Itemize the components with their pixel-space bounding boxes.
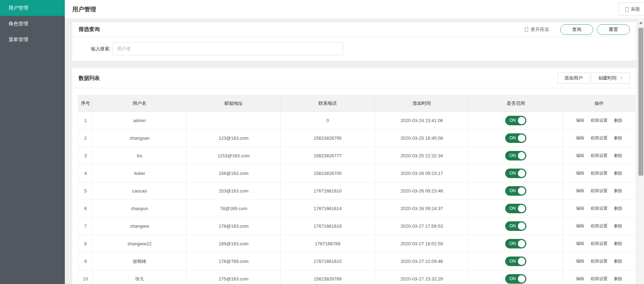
- edit-link[interactable]: 编辑: [576, 206, 584, 211]
- delete-link[interactable]: 删除: [614, 171, 623, 176]
- row-index: 1: [79, 112, 93, 130]
- permission-settings-link[interactable]: 权限设置: [591, 118, 608, 123]
- permission-settings-link[interactable]: 权限设置: [591, 206, 608, 211]
- row-created: 2020-03-26 09:23:46: [375, 182, 469, 200]
- permission-settings-link[interactable]: 权限设置: [591, 276, 608, 281]
- sidebar-item-menu-management[interactable]: 菜单管理: [0, 32, 65, 48]
- delete-link[interactable]: 删除: [614, 276, 623, 281]
- row-email: 178@163.com: [187, 217, 281, 235]
- edit-link[interactable]: 编辑: [576, 241, 584, 246]
- row-created: 2020-03-25 18:45:08: [375, 130, 469, 147]
- row-index: 10: [79, 270, 93, 284]
- chevron-down-icon: ▼: [620, 76, 623, 80]
- delete-link[interactable]: 删除: [614, 259, 623, 264]
- permission-settings-link[interactable]: 权限设置: [591, 241, 608, 246]
- row-created: 2020-03-24 23:41:06: [375, 112, 469, 130]
- scrollbar-up-arrow-icon[interactable]: [639, 21, 643, 24]
- enabled-toggle[interactable]: ON: [505, 221, 526, 231]
- delete-link[interactable]: 删除: [614, 135, 623, 140]
- permission-settings-link[interactable]: 权限设置: [591, 223, 608, 228]
- edit-link[interactable]: 编辑: [576, 223, 584, 228]
- row-actions-cell: 编辑权限设置删除: [563, 200, 636, 217]
- refresh-button[interactable]: 刷新: [619, 2, 644, 16]
- expand-filter-icon: [525, 27, 528, 32]
- edit-link[interactable]: 编辑: [576, 118, 584, 123]
- toggle-on-label: ON: [509, 153, 516, 158]
- enabled-toggle[interactable]: ON: [505, 239, 526, 248]
- toggle-knob-icon: [518, 187, 525, 195]
- user-table: 序号 用户名 邮箱地址 联系电话 添加时间 是否启用 操作 1admin0202…: [78, 95, 636, 284]
- table-row: 8zhangww22189@163.com17671667892020-03-2…: [79, 235, 636, 253]
- row-email: 175@163.com: [187, 270, 281, 284]
- main-area: 用户管理 刷新 筛选查询 展开筛选 查询 重置 输入搜索:: [65, 0, 644, 284]
- permission-settings-link[interactable]: 权限设置: [591, 188, 608, 193]
- edit-link[interactable]: 编辑: [576, 276, 584, 281]
- data-list-title: 数据列表: [79, 75, 100, 82]
- col-email: 邮箱地址: [187, 95, 281, 112]
- row-enabled-cell: ON: [469, 182, 563, 200]
- delete-link[interactable]: 删除: [614, 188, 623, 193]
- sidebar-item-user-management[interactable]: 用户管理: [0, 0, 65, 16]
- row-enabled-cell: ON: [469, 217, 563, 235]
- reset-button[interactable]: 重置: [597, 24, 630, 35]
- table-row: 5caocao153@163.com176716616102020-03-26 …: [79, 182, 636, 200]
- refresh-label: 刷新: [631, 6, 640, 12]
- row-enabled-cell: ON: [469, 270, 563, 284]
- add-user-label: 添加用户: [564, 75, 583, 81]
- row-actions-cell: 编辑权限设置删除: [563, 165, 636, 182]
- enabled-toggle[interactable]: ON: [505, 169, 526, 178]
- row-email: 176@789.com: [187, 253, 281, 270]
- row-actions-cell: 编辑权限设置删除: [563, 217, 636, 235]
- sort-dropdown[interactable]: 创建时间 ▼: [591, 72, 630, 84]
- toggle-on-label: ON: [509, 241, 516, 246]
- enabled-toggle[interactable]: ON: [505, 151, 526, 160]
- toggle-on-label: ON: [509, 188, 516, 193]
- enabled-toggle[interactable]: ON: [505, 186, 526, 196]
- row-phone: 17671661614: [281, 200, 375, 217]
- col-actions: 操作: [563, 95, 636, 112]
- vertical-scrollbar[interactable]: [638, 18, 644, 284]
- row-email: 156@163.com: [187, 165, 281, 182]
- permission-settings-link[interactable]: 权限设置: [591, 135, 608, 140]
- row-username: caocao: [93, 182, 187, 200]
- filter-body: 输入搜索:: [72, 37, 636, 61]
- enabled-toggle[interactable]: ON: [505, 204, 526, 213]
- table-row: 9谢晓峰176@789.com176716616102020-03-27 22:…: [79, 253, 636, 270]
- delete-link[interactable]: 删除: [614, 118, 623, 123]
- row-index: 2: [79, 130, 93, 147]
- row-phone: 17671661618: [281, 217, 375, 235]
- edit-link[interactable]: 编辑: [576, 171, 584, 176]
- row-email: [187, 112, 281, 130]
- delete-link[interactable]: 删除: [614, 223, 623, 228]
- filter-panel-title: 筛选查询: [79, 26, 100, 33]
- permission-settings-link[interactable]: 权限设置: [591, 153, 608, 158]
- delete-link[interactable]: 删除: [614, 153, 623, 158]
- scrollbar-thumb[interactable]: [638, 28, 643, 176]
- edit-link[interactable]: 编辑: [576, 153, 584, 158]
- enabled-toggle[interactable]: ON: [505, 116, 526, 125]
- toggle-knob-icon: [518, 275, 525, 283]
- table-row: 10张凡175@163.com156238267892020-03-27 23:…: [79, 270, 636, 284]
- query-button[interactable]: 查询: [560, 24, 593, 35]
- search-input[interactable]: [112, 42, 343, 55]
- edit-link[interactable]: 编辑: [576, 188, 584, 193]
- sidebar-item-role-management[interactable]: 角色管理: [0, 16, 65, 32]
- expand-filter-toggle[interactable]: 展开筛选: [525, 26, 549, 33]
- permission-settings-link[interactable]: 权限设置: [591, 259, 608, 264]
- topbar: 用户管理 刷新: [65, 0, 644, 18]
- enabled-toggle[interactable]: ON: [505, 133, 526, 143]
- row-created: 2020-03-26 09:24:37: [375, 200, 469, 217]
- toggle-on-label: ON: [509, 276, 516, 281]
- delete-link[interactable]: 删除: [614, 241, 623, 246]
- delete-link[interactable]: 删除: [614, 206, 623, 211]
- row-username: zhangww: [93, 217, 187, 235]
- sort-dropdown-label: 创建时间: [598, 75, 617, 81]
- enabled-toggle[interactable]: ON: [505, 274, 526, 284]
- add-user-button[interactable]: 添加用户: [557, 72, 590, 84]
- table-wrap: 序号 用户名 邮箱地址 联系电话 添加时间 是否启用 操作 1admin0202…: [72, 88, 636, 284]
- permission-settings-link[interactable]: 权限设置: [591, 171, 608, 176]
- enabled-toggle[interactable]: ON: [505, 257, 526, 266]
- edit-link[interactable]: 编辑: [576, 259, 584, 264]
- edit-link[interactable]: 编辑: [576, 135, 584, 140]
- row-username: 张凡: [93, 270, 187, 284]
